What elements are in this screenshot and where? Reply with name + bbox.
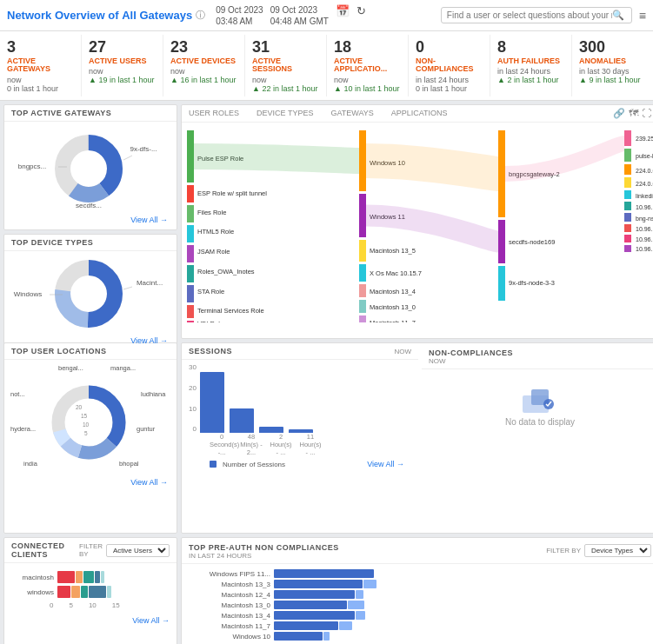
- pa-row-bars: [274, 601, 364, 609]
- cc-bars-windows: [57, 586, 166, 598]
- calendar-icon[interactable]: 📅: [336, 4, 350, 27]
- date2: 09 Oct 2023 04:48 AM GMT: [270, 4, 329, 27]
- svg-text:bhopal: bhopal: [119, 460, 139, 468]
- stat-now: in last 24 hours: [416, 76, 483, 84]
- gateways-view-all[interactable]: View All →: [6, 214, 175, 226]
- pa-row: Windows FIPS 11...: [192, 569, 648, 578]
- svg-text:Macint...: Macint...: [137, 279, 163, 287]
- pa-row-bars: [274, 590, 363, 599]
- chart-with-axis: 30 20 10 0: [189, 363, 411, 433]
- pa-row-bars: [274, 580, 376, 588]
- nc-title: NON-COMPLIANCES: [429, 349, 513, 357]
- menu-icon[interactable]: ≡: [639, 9, 646, 23]
- svg-text:hydera...: hydera...: [10, 425, 36, 433]
- stat-item: 27 ACTIVE USERS now ▲ 19 in last 1 hour: [82, 35, 163, 96]
- stat-now: now: [170, 67, 237, 76]
- svg-rect-21: [187, 285, 194, 302]
- sessions-sub: SESSIONS NOW 30 20 10 0: [182, 343, 418, 533]
- pa-nc-bar: [274, 632, 323, 641]
- stat-now: now: [252, 76, 319, 84]
- cc-chart: macintosh windows: [4, 563, 177, 614]
- y-axis: 30 20 10 0: [189, 363, 197, 433]
- header: Network Overview of All Gateways ⓘ 09 Oc…: [0, 0, 653, 31]
- info-icon[interactable]: ⓘ: [196, 9, 205, 22]
- expand-icon[interactable]: ⛶: [642, 108, 651, 119]
- svg-text:not...: not...: [10, 390, 25, 398]
- svg-text:ludhiana: ludhiana: [141, 390, 166, 398]
- svg-text:20: 20: [76, 404, 83, 410]
- map-icon[interactable]: 🗺: [629, 108, 638, 119]
- link-icon[interactable]: 🔗: [613, 108, 625, 119]
- y-label-10: 10: [189, 405, 197, 413]
- pa-row-label: Macintosh 13_4: [192, 612, 270, 620]
- date1-time: 03:48 AM: [216, 16, 263, 27]
- x-label-2: 2 Hour(s) - ...: [269, 433, 293, 456]
- svg-text:10.96.114.120: 10.96.114.120: [636, 226, 653, 232]
- cc-filter-label: FILTER BY: [79, 542, 103, 558]
- stat-sub: now ▲ 16 in last 1 hour: [170, 67, 237, 84]
- stats-row: 3 ACTIVE GATEWAYS now 0 in last 1 hour 2…: [0, 31, 653, 101]
- cc-view-all[interactable]: View All →: [4, 614, 177, 627]
- main-grid: TOP ACTIVE GATEWAYS bngpcs... 9x-dfs-...…: [0, 101, 653, 644]
- pa-nc-bar: [274, 611, 355, 620]
- svg-rect-56: [624, 177, 631, 188]
- svg-rect-49: [498, 266, 505, 301]
- stat-sub: now ▲ 22 in last 1 hour: [252, 76, 319, 93]
- pa-row: Macintosh 12_4: [192, 590, 648, 599]
- svg-text:ajmer: ajmer: [93, 473, 110, 475]
- stat-label: ANOMALIES: [579, 57, 646, 66]
- stat-number: 3: [7, 38, 74, 57]
- tab-device-types[interactable]: DEVICE TYPES: [257, 109, 313, 119]
- svg-text:10.96.17.199: 10.96.17.199: [636, 236, 653, 242]
- pa-pc-bar: [339, 621, 352, 630]
- tab-user-roles[interactable]: USER ROLES: [189, 109, 239, 119]
- svg-rect-55: [624, 164, 631, 175]
- devices-donut-svg: Windows Macint...: [6, 255, 171, 333]
- devices-view-all[interactable]: View All →: [6, 335, 175, 347]
- search-bar[interactable]: 🔍: [441, 7, 632, 23]
- pa-row: Macintosh 13_0: [192, 601, 648, 609]
- stat-item: 23 ACTIVE DEVICES now ▲ 16 in last 1 hou…: [163, 35, 245, 96]
- session-bar-0: [200, 372, 224, 433]
- stat-sub: now 0 in last 1 hour: [7, 76, 74, 93]
- svg-text:239.255.255.250: 239.255.255.250: [636, 136, 653, 142]
- tab-applications[interactable]: APPLICATIONS: [391, 109, 448, 119]
- pa-title: TOP PRE-AUTH NON COMPLIANCES: [189, 543, 339, 552]
- svg-text:pulse-bamboo.lab.paec...: pulse-bamboo.lab.paec...: [636, 153, 653, 160]
- cc-filter-select[interactable]: Active Users: [106, 544, 170, 557]
- cc-label-windows: windows: [15, 588, 54, 596]
- cc-wseg2: [71, 586, 80, 598]
- pa-pc-bar: [363, 580, 376, 588]
- stat-delta: ▲ 2 in last 1 hour: [497, 76, 564, 84]
- sessions-legend-label: Number of Sessions: [223, 461, 285, 468]
- stat-label: ACTIVE SESSIONS: [252, 57, 319, 75]
- sessions-subtitle: NOW: [394, 348, 411, 355]
- svg-text:Macintosh 11_7: Macintosh 11_7: [370, 319, 416, 322]
- pa-filter-select[interactable]: Device Types: [584, 544, 651, 557]
- locations-view-all[interactable]: View All →: [6, 476, 175, 488]
- date2-label: 09 Oct 2023: [270, 4, 329, 16]
- sessions-bars: [200, 363, 411, 433]
- stat-now: now: [334, 76, 401, 84]
- stat-number: 31: [252, 38, 319, 57]
- left-col-row1: TOP ACTIVE GATEWAYS bngpcs... 9x-dfs-...…: [3, 104, 177, 339]
- cc-x10: 10: [89, 601, 97, 609]
- session-bar-2: [259, 427, 283, 433]
- svg-text:madurai: madurai: [41, 473, 64, 475]
- search-icon[interactable]: 🔍: [612, 10, 624, 21]
- search-input[interactable]: [447, 10, 612, 20]
- svg-text:15: 15: [81, 413, 88, 419]
- svg-text:224.0.0.252: 224.0.0.252: [636, 168, 653, 174]
- svg-text:9x-dfs-...: 9x-dfs-...: [130, 145, 157, 153]
- sessions-panel: SESSIONS NOW 30 20 10 0: [181, 342, 653, 534]
- tab-gateways[interactable]: GATEWAYS: [330, 109, 373, 119]
- sessions-chart: 30 20 10 0 0 Second(s) -... 48 Min(s) - …: [182, 360, 418, 474]
- stat-sub: now ▲ 19 in last 1 hour: [89, 67, 156, 84]
- sessions-view-all[interactable]: View All →: [360, 458, 411, 470]
- refresh-icon[interactable]: ↻: [356, 4, 366, 27]
- cc-x15: 15: [112, 601, 120, 609]
- svg-text:Files Role: Files Role: [197, 209, 226, 216]
- pa-row-label: Windows 10: [192, 633, 270, 641]
- sessions-title: SESSIONS: [189, 347, 232, 355]
- svg-rect-57: [624, 190, 631, 199]
